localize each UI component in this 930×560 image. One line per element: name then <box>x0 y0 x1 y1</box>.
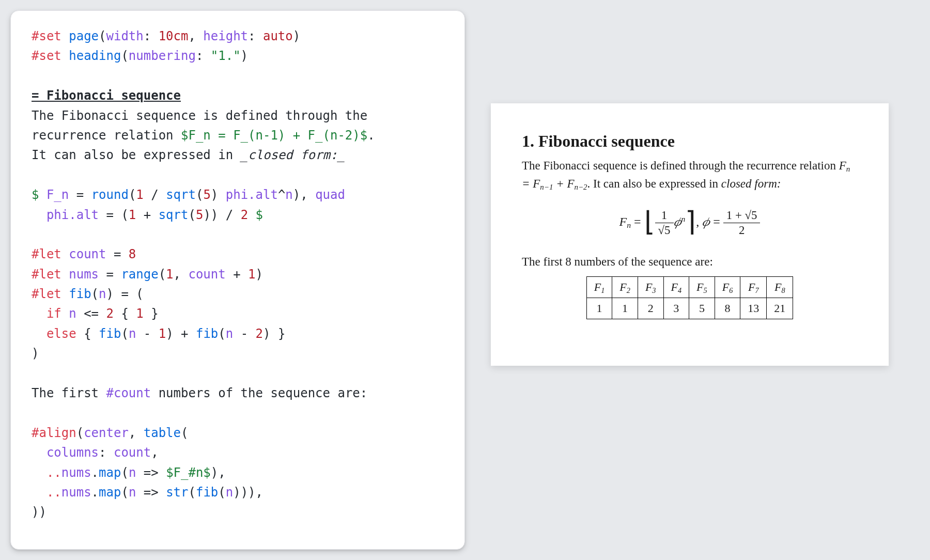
code-line-5: The Fibonacci sequence is defined throug… <box>32 108 367 123</box>
code-line-19: The first #count numbers of the sequence… <box>32 386 367 400</box>
table-header-cell: F5 <box>689 277 715 298</box>
table-cell: 3 <box>663 298 689 319</box>
table-header-cell: F6 <box>715 277 740 298</box>
table-cell: 1 <box>586 298 612 319</box>
code-line-12: #let count = 8 <box>32 247 136 261</box>
code-line-1: #set page(width: 10cm, height: auto) <box>32 29 300 43</box>
fibonacci-table: FF11 F2 F3 F4 F5 F6 F7 F8 1 1 2 3 5 8 13 <box>586 276 794 319</box>
code-line-22: columns: count, <box>32 445 159 460</box>
code-line-15: if n <= 2 { 1 } <box>32 306 159 321</box>
table-header-cell: F3 <box>638 277 663 298</box>
code-line-25: )) <box>32 505 47 519</box>
table-intro: The first 8 numbers of the sequence are: <box>522 253 858 270</box>
table-row: 1 1 2 3 5 8 13 21 <box>586 298 793 319</box>
table-header-cell: F4 <box>663 277 689 298</box>
table-header-cell: F2 <box>612 277 638 298</box>
code-line-2: #set heading(numbering: "1.") <box>32 49 248 63</box>
code-line-21: #align(center, table( <box>32 426 188 440</box>
table-cell: 21 <box>767 298 793 319</box>
code-line-16: else { fib(n - 1) + fib(n - 2) } <box>32 326 285 341</box>
layout-container: #set page(width: 10cm, height: auto) #se… <box>10 10 920 550</box>
rendered-output-panel: 1. Fibonacci sequence The Fibonacci sequ… <box>491 103 889 366</box>
code-line-23: ..nums.map(n => $F_#n$), <box>32 465 226 480</box>
code-line-4: = Fibonacci sequence <box>32 88 181 103</box>
table-header-cell: F7 <box>740 277 767 298</box>
emphasis: closed form: <box>721 177 781 190</box>
code-line-24: ..nums.map(n => str(fib(n))), <box>32 485 263 500</box>
code-line-14: #let fib(n) = ( <box>32 287 144 301</box>
display-formula: Fn = ⌊1√5𝜙n⌉, 𝜙 = 1 + √52 <box>522 203 858 243</box>
table-header-cell: FF11 <box>586 277 612 298</box>
table-cell: 2 <box>638 298 663 319</box>
code-line-10: phi.alt = (1 + sqrt(5)) / 2 $ <box>32 208 263 222</box>
table-cell: 5 <box>689 298 715 319</box>
code-line-17: ) <box>32 346 39 361</box>
code-line-13: #let nums = range(1, count + 1) <box>32 267 263 282</box>
code-line-9: $ F_n = round(1 / sqrt(5) phi.alt^n), qu… <box>32 188 345 202</box>
table-cell: 13 <box>740 298 767 319</box>
code-line-6: recurrence relation $F_n = F_(n-1) + F_(… <box>32 128 375 143</box>
preview-wrap: 1. Fibonacci sequence The Fibonacci sequ… <box>481 10 920 550</box>
code-line-7: It can also be expressed in _closed form… <box>32 148 345 162</box>
table-cell: 8 <box>715 298 740 319</box>
intro-paragraph: The Fibonacci sequence is defined throug… <box>522 157 858 193</box>
page-title: 1. Fibonacci sequence <box>522 129 858 153</box>
source-code-panel: #set page(width: 10cm, height: auto) #se… <box>10 10 465 550</box>
table-header-cell: F8 <box>767 277 793 298</box>
table-cell: 1 <box>612 298 638 319</box>
table-row: FF11 F2 F3 F4 F5 F6 F7 F8 <box>586 277 793 298</box>
